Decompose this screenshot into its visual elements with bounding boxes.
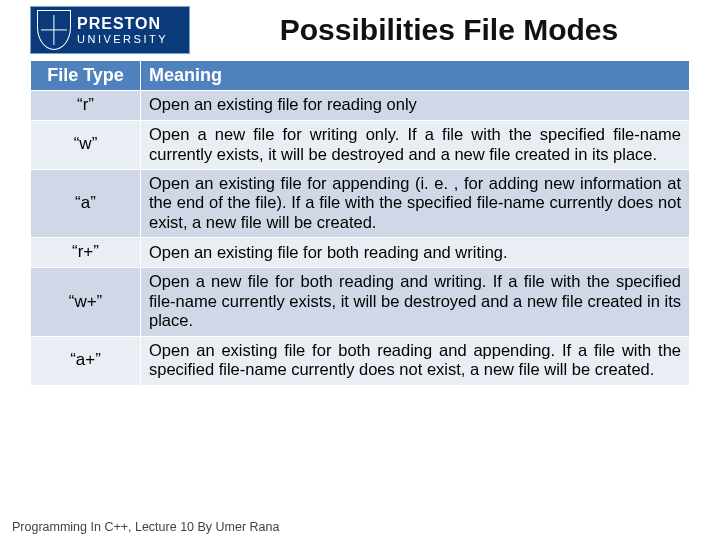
- footer-text: Programming In C++, Lecture 10 By Umer R…: [12, 520, 279, 534]
- table-row: “r” Open an existing file for reading on…: [31, 91, 690, 121]
- cell-meaning: Open a new file for writing only. If a f…: [141, 121, 690, 170]
- cell-mode: “r”: [31, 91, 141, 121]
- cell-mode: “a+”: [31, 336, 141, 385]
- file-modes-table: File Type Meaning “r” Open an existing f…: [30, 60, 690, 386]
- table-row: “r+” Open an existing file for both read…: [31, 238, 690, 268]
- logo-text: PRESTON UNIVERSITY: [77, 16, 168, 45]
- logo-line1: PRESTON: [77, 16, 168, 32]
- table-row: “a+” Open an existing file for both read…: [31, 336, 690, 385]
- cell-mode: “r+”: [31, 238, 141, 268]
- table-header-row: File Type Meaning: [31, 61, 690, 91]
- cell-meaning: Open an existing file for reading only: [141, 91, 690, 121]
- logo-line2: UNIVERSITY: [77, 34, 168, 45]
- cell-mode: “a”: [31, 169, 141, 237]
- page-title: Possibilities File Modes: [208, 13, 690, 47]
- col-header-filetype: File Type: [31, 61, 141, 91]
- table-row: “w” Open a new file for writing only. If…: [31, 121, 690, 170]
- cell-mode: “w”: [31, 121, 141, 170]
- cell-meaning: Open an existing file for appending (i. …: [141, 169, 690, 237]
- header: PRESTON UNIVERSITY Possibilities File Mo…: [30, 6, 690, 54]
- cell-meaning: Open an existing file for both reading a…: [141, 238, 690, 268]
- slide: PRESTON UNIVERSITY Possibilities File Mo…: [0, 0, 720, 540]
- cell-meaning: Open an existing file for both reading a…: [141, 336, 690, 385]
- table-row: “w+” Open a new file for both reading an…: [31, 268, 690, 336]
- university-logo: PRESTON UNIVERSITY: [30, 6, 190, 54]
- table-row: “a” Open an existing file for appending …: [31, 169, 690, 237]
- shield-icon: [37, 10, 71, 50]
- cell-mode: “w+”: [31, 268, 141, 336]
- col-header-meaning: Meaning: [141, 61, 690, 91]
- cell-meaning: Open a new file for both reading and wri…: [141, 268, 690, 336]
